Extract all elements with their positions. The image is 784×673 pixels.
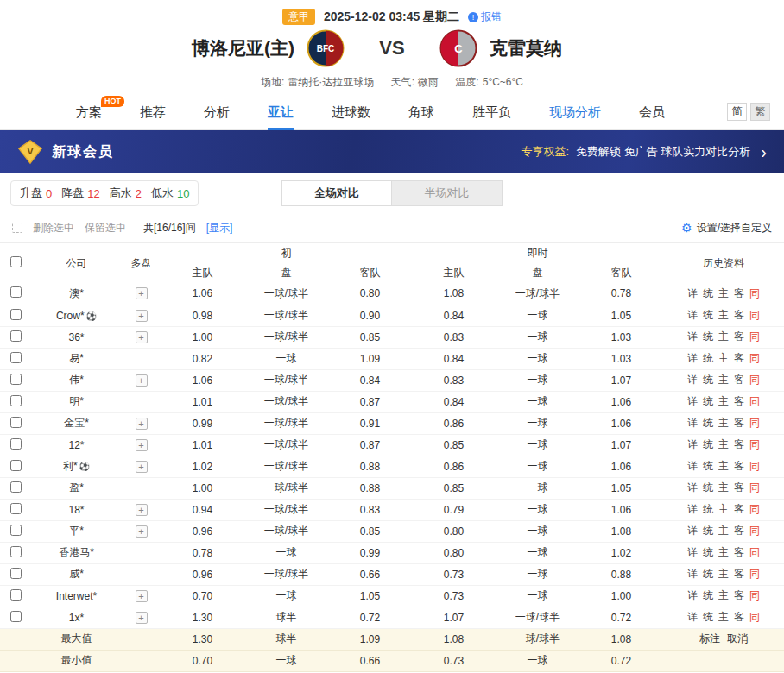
history-link-4[interactable]: 客 (734, 309, 744, 321)
history-link-2[interactable]: 统 (703, 330, 713, 343)
history-link-1[interactable]: 详 (687, 352, 698, 364)
row-checkbox[interactable] (10, 589, 22, 601)
company-name[interactable]: 18* (68, 504, 84, 516)
history-link-1[interactable]: 详 (687, 417, 698, 429)
history-link-4[interactable]: 客 (734, 287, 744, 299)
history-link-1[interactable]: 详 (687, 287, 698, 299)
history-link-4[interactable]: 客 (734, 525, 744, 537)
history-link-2[interactable]: 统 (703, 438, 713, 450)
multi-market-icon[interactable]: + (136, 612, 148, 624)
row-checkbox[interactable] (10, 525, 22, 536)
history-link-5[interactable]: 同 (749, 417, 760, 429)
row-checkbox[interactable] (10, 395, 22, 406)
row-checkbox[interactable] (10, 417, 22, 428)
history-link-4[interactable]: 客 (734, 438, 744, 450)
company-name[interactable]: 利* (63, 460, 78, 472)
header-checkbox[interactable] (10, 256, 22, 267)
history-link-3[interactable]: 主 (718, 568, 729, 580)
company-name[interactable]: 易* (69, 352, 84, 364)
company-name[interactable]: 平* (69, 525, 84, 537)
history-link-3[interactable]: 主 (718, 546, 729, 558)
history-link-1[interactable]: 详 (687, 481, 698, 494)
history-link-3[interactable]: 主 (718, 417, 729, 429)
history-link-5[interactable]: 同 (749, 546, 760, 558)
history-link-1[interactable]: 详 (687, 503, 698, 515)
history-link-3[interactable]: 主 (718, 330, 729, 343)
tab-fangan[interactable]: 方案HOT (76, 93, 102, 130)
history-link-2[interactable]: 统 (703, 611, 713, 623)
company-name[interactable]: 盈* (69, 481, 84, 494)
row-checkbox[interactable] (10, 460, 22, 471)
history-link-1[interactable]: 详 (687, 460, 698, 472)
history-link-1[interactable]: 详 (687, 546, 698, 558)
row-checkbox[interactable] (10, 611, 22, 622)
history-link-3[interactable]: 主 (718, 503, 729, 515)
history-link-3[interactable]: 主 (718, 438, 729, 450)
history-link-5[interactable]: 同 (749, 525, 760, 537)
multi-market-icon[interactable]: + (136, 287, 148, 299)
row-checkbox[interactable] (10, 286, 22, 298)
history-link-4[interactable]: 客 (734, 374, 744, 386)
company-name[interactable]: Crow* (56, 310, 85, 322)
company-name[interactable]: 12* (68, 439, 84, 451)
tab-shengpingfu[interactable]: 胜平负 (472, 93, 511, 130)
lang-traditional-button[interactable]: 繁 (750, 103, 770, 121)
report-error-link[interactable]: ! 报错 (468, 9, 502, 24)
multi-market-icon[interactable]: + (136, 374, 148, 387)
history-link-1[interactable]: 详 (687, 395, 698, 407)
history-link-5[interactable]: 同 (749, 438, 760, 450)
row-checkbox[interactable] (10, 330, 22, 342)
history-link-4[interactable]: 客 (734, 352, 744, 364)
multi-market-icon[interactable]: + (136, 525, 148, 538)
history-link-3[interactable]: 主 (718, 525, 729, 537)
history-link-5[interactable]: 同 (749, 503, 760, 515)
history-link-3[interactable]: 主 (718, 481, 729, 494)
history-link-3[interactable]: 主 (718, 395, 729, 407)
row-checkbox[interactable] (10, 352, 22, 363)
company-name[interactable]: 伟* (69, 374, 84, 386)
company-name[interactable]: 金宝* (64, 417, 89, 429)
row-checkbox[interactable] (10, 438, 22, 450)
history-link-4[interactable]: 客 (734, 395, 744, 407)
row-checkbox[interactable] (10, 503, 22, 514)
row-checkbox[interactable] (10, 481, 22, 493)
multi-market-icon[interactable]: + (136, 461, 148, 473)
history-link-1[interactable]: 详 (687, 374, 698, 386)
tab-huiyuan[interactable]: 会员 (639, 93, 665, 130)
company-name[interactable]: Interwet* (56, 590, 97, 602)
company-name[interactable]: 香港马* (59, 546, 94, 558)
history-link-5[interactable]: 同 (749, 352, 760, 364)
company-name[interactable]: 1x* (69, 612, 84, 624)
multi-market-icon[interactable]: + (136, 331, 148, 343)
history-link-1[interactable]: 详 (687, 589, 698, 601)
lang-simplified-button[interactable]: 简 (727, 103, 747, 121)
history-link-4[interactable]: 客 (734, 481, 744, 494)
multi-market-icon[interactable]: + (136, 590, 148, 602)
history-link-1[interactable]: 详 (687, 330, 698, 343)
history-link-2[interactable]: 统 (703, 503, 713, 515)
history-link-2[interactable]: 统 (703, 395, 713, 407)
cancel-link[interactable]: 取消 (727, 632, 748, 645)
history-link-5[interactable]: 同 (749, 481, 760, 494)
keep-selected-link[interactable]: 保留选中 (85, 221, 126, 236)
multi-market-icon[interactable]: + (136, 504, 148, 516)
history-link-2[interactable]: 统 (703, 374, 713, 386)
half-match-compare-button[interactable]: 半场对比 (392, 180, 503, 206)
tab-fenxi[interactable]: 分析 (204, 93, 230, 130)
history-link-4[interactable]: 客 (734, 460, 744, 472)
history-link-5[interactable]: 同 (749, 589, 760, 601)
history-link-2[interactable]: 统 (703, 481, 713, 494)
history-link-5[interactable]: 同 (749, 287, 760, 299)
full-match-compare-button[interactable]: 全场对比 (281, 180, 392, 206)
history-link-1[interactable]: 详 (687, 568, 698, 580)
history-link-2[interactable]: 统 (703, 352, 713, 364)
history-link-3[interactable]: 主 (718, 589, 729, 601)
history-link-4[interactable]: 客 (734, 568, 744, 580)
history-link-3[interactable]: 主 (718, 611, 729, 623)
history-link-4[interactable]: 客 (734, 330, 744, 343)
history-link-1[interactable]: 详 (687, 438, 698, 450)
history-link-5[interactable]: 同 (749, 374, 760, 386)
history-link-2[interactable]: 统 (703, 460, 713, 472)
multi-market-icon[interactable]: + (136, 418, 148, 430)
row-checkbox[interactable] (10, 546, 22, 557)
